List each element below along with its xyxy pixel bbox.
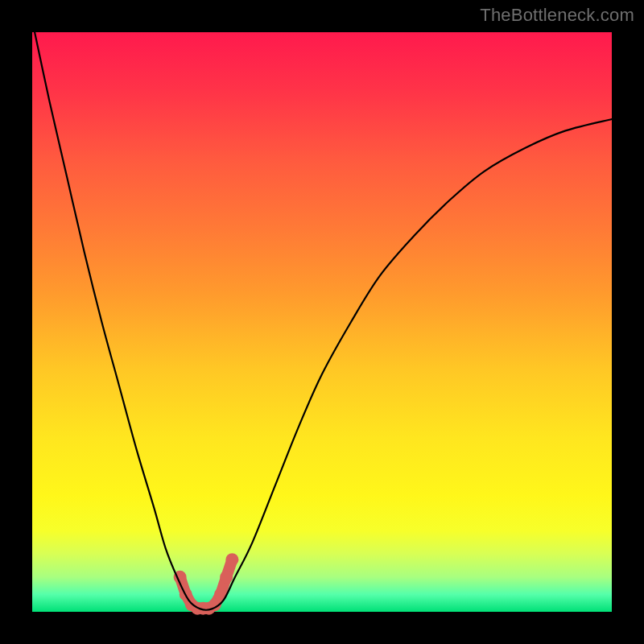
curve-layer xyxy=(32,32,612,612)
chart-frame: TheBottleneck.com xyxy=(0,0,644,644)
watermark-text: TheBottleneck.com xyxy=(480,5,634,26)
plot-area xyxy=(32,32,612,612)
svg-point-9 xyxy=(225,553,238,566)
bottleneck-curve xyxy=(32,21,612,610)
fit-marker xyxy=(174,553,239,614)
svg-point-8 xyxy=(220,571,233,584)
